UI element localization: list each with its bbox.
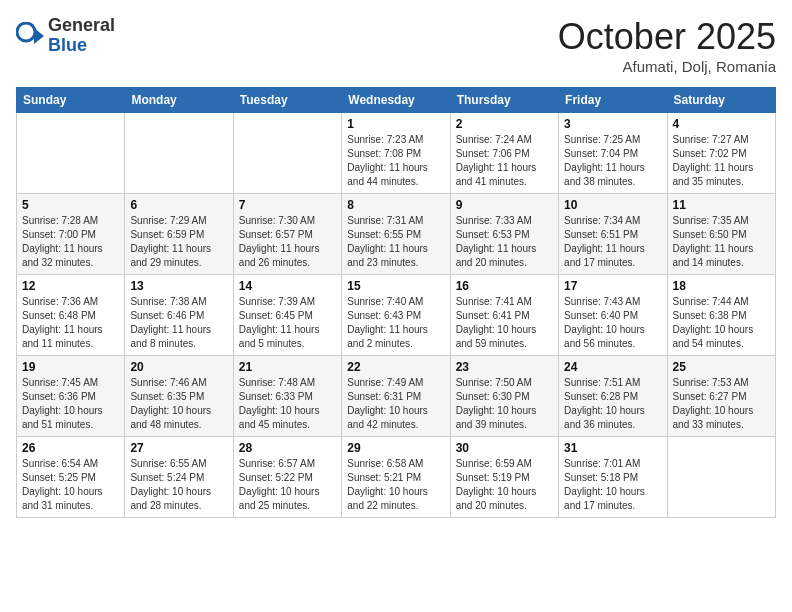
day-info: Sunrise: 7:34 AM Sunset: 6:51 PM Dayligh…: [564, 214, 661, 270]
day-number: 10: [564, 198, 661, 212]
logo-blue-text: Blue: [48, 36, 115, 56]
calendar-cell: 14Sunrise: 7:39 AM Sunset: 6:45 PM Dayli…: [233, 275, 341, 356]
day-info: Sunrise: 7:43 AM Sunset: 6:40 PM Dayligh…: [564, 295, 661, 351]
day-number: 3: [564, 117, 661, 131]
day-info: Sunrise: 6:55 AM Sunset: 5:24 PM Dayligh…: [130, 457, 227, 513]
calendar-cell: 29Sunrise: 6:58 AM Sunset: 5:21 PM Dayli…: [342, 437, 450, 518]
day-number: 19: [22, 360, 119, 374]
month-title: October 2025: [558, 16, 776, 58]
logo-general-text: General: [48, 16, 115, 36]
day-info: Sunrise: 7:53 AM Sunset: 6:27 PM Dayligh…: [673, 376, 770, 432]
day-info: Sunrise: 7:31 AM Sunset: 6:55 PM Dayligh…: [347, 214, 444, 270]
calendar-cell: 9Sunrise: 7:33 AM Sunset: 6:53 PM Daylig…: [450, 194, 558, 275]
day-number: 6: [130, 198, 227, 212]
calendar-header-row: SundayMondayTuesdayWednesdayThursdayFrid…: [17, 88, 776, 113]
calendar-cell: 1Sunrise: 7:23 AM Sunset: 7:08 PM Daylig…: [342, 113, 450, 194]
day-info: Sunrise: 6:54 AM Sunset: 5:25 PM Dayligh…: [22, 457, 119, 513]
calendar-cell: 10Sunrise: 7:34 AM Sunset: 6:51 PM Dayli…: [559, 194, 667, 275]
day-number: 29: [347, 441, 444, 455]
calendar-cell: [125, 113, 233, 194]
day-info: Sunrise: 6:59 AM Sunset: 5:19 PM Dayligh…: [456, 457, 553, 513]
calendar-cell: 15Sunrise: 7:40 AM Sunset: 6:43 PM Dayli…: [342, 275, 450, 356]
day-number: 21: [239, 360, 336, 374]
day-info: Sunrise: 7:29 AM Sunset: 6:59 PM Dayligh…: [130, 214, 227, 270]
day-number: 13: [130, 279, 227, 293]
calendar-cell: 19Sunrise: 7:45 AM Sunset: 6:36 PM Dayli…: [17, 356, 125, 437]
calendar-cell: 8Sunrise: 7:31 AM Sunset: 6:55 PM Daylig…: [342, 194, 450, 275]
day-number: 7: [239, 198, 336, 212]
day-info: Sunrise: 7:30 AM Sunset: 6:57 PM Dayligh…: [239, 214, 336, 270]
day-number: 17: [564, 279, 661, 293]
calendar-cell: [233, 113, 341, 194]
day-number: 24: [564, 360, 661, 374]
day-info: Sunrise: 7:48 AM Sunset: 6:33 PM Dayligh…: [239, 376, 336, 432]
calendar-cell: 30Sunrise: 6:59 AM Sunset: 5:19 PM Dayli…: [450, 437, 558, 518]
day-info: Sunrise: 7:46 AM Sunset: 6:35 PM Dayligh…: [130, 376, 227, 432]
calendar-week-row: 1Sunrise: 7:23 AM Sunset: 7:08 PM Daylig…: [17, 113, 776, 194]
day-of-week-header: Sunday: [17, 88, 125, 113]
day-info: Sunrise: 7:24 AM Sunset: 7:06 PM Dayligh…: [456, 133, 553, 189]
day-info: Sunrise: 7:01 AM Sunset: 5:18 PM Dayligh…: [564, 457, 661, 513]
day-number: 16: [456, 279, 553, 293]
day-info: Sunrise: 7:33 AM Sunset: 6:53 PM Dayligh…: [456, 214, 553, 270]
calendar-cell: 31Sunrise: 7:01 AM Sunset: 5:18 PM Dayli…: [559, 437, 667, 518]
day-number: 27: [130, 441, 227, 455]
calendar-cell: 27Sunrise: 6:55 AM Sunset: 5:24 PM Dayli…: [125, 437, 233, 518]
calendar-table: SundayMondayTuesdayWednesdayThursdayFrid…: [16, 87, 776, 518]
day-info: Sunrise: 7:23 AM Sunset: 7:08 PM Dayligh…: [347, 133, 444, 189]
day-info: Sunrise: 7:36 AM Sunset: 6:48 PM Dayligh…: [22, 295, 119, 351]
day-info: Sunrise: 7:45 AM Sunset: 6:36 PM Dayligh…: [22, 376, 119, 432]
day-info: Sunrise: 7:50 AM Sunset: 6:30 PM Dayligh…: [456, 376, 553, 432]
day-number: 25: [673, 360, 770, 374]
day-number: 18: [673, 279, 770, 293]
calendar-cell: [667, 437, 775, 518]
logo: General Blue: [16, 16, 115, 56]
calendar-cell: 13Sunrise: 7:38 AM Sunset: 6:46 PM Dayli…: [125, 275, 233, 356]
calendar-cell: [17, 113, 125, 194]
calendar-cell: 7Sunrise: 7:30 AM Sunset: 6:57 PM Daylig…: [233, 194, 341, 275]
calendar-cell: 26Sunrise: 6:54 AM Sunset: 5:25 PM Dayli…: [17, 437, 125, 518]
page-header: General Blue October 2025 Afumati, Dolj,…: [16, 16, 776, 75]
calendar-cell: 28Sunrise: 6:57 AM Sunset: 5:22 PM Dayli…: [233, 437, 341, 518]
day-of-week-header: Tuesday: [233, 88, 341, 113]
day-number: 22: [347, 360, 444, 374]
calendar-cell: 16Sunrise: 7:41 AM Sunset: 6:41 PM Dayli…: [450, 275, 558, 356]
calendar-cell: 24Sunrise: 7:51 AM Sunset: 6:28 PM Dayli…: [559, 356, 667, 437]
day-number: 28: [239, 441, 336, 455]
svg-point-0: [17, 23, 35, 41]
day-info: Sunrise: 7:39 AM Sunset: 6:45 PM Dayligh…: [239, 295, 336, 351]
calendar-cell: 23Sunrise: 7:50 AM Sunset: 6:30 PM Dayli…: [450, 356, 558, 437]
day-number: 15: [347, 279, 444, 293]
day-number: 31: [564, 441, 661, 455]
day-of-week-header: Friday: [559, 88, 667, 113]
calendar-cell: 21Sunrise: 7:48 AM Sunset: 6:33 PM Dayli…: [233, 356, 341, 437]
calendar-week-row: 5Sunrise: 7:28 AM Sunset: 7:00 PM Daylig…: [17, 194, 776, 275]
day-info: Sunrise: 6:58 AM Sunset: 5:21 PM Dayligh…: [347, 457, 444, 513]
day-number: 1: [347, 117, 444, 131]
day-info: Sunrise: 7:35 AM Sunset: 6:50 PM Dayligh…: [673, 214, 770, 270]
day-info: Sunrise: 7:41 AM Sunset: 6:41 PM Dayligh…: [456, 295, 553, 351]
day-info: Sunrise: 7:25 AM Sunset: 7:04 PM Dayligh…: [564, 133, 661, 189]
calendar-cell: 25Sunrise: 7:53 AM Sunset: 6:27 PM Dayli…: [667, 356, 775, 437]
svg-marker-1: [34, 28, 44, 44]
day-of-week-header: Thursday: [450, 88, 558, 113]
day-info: Sunrise: 7:49 AM Sunset: 6:31 PM Dayligh…: [347, 376, 444, 432]
day-info: Sunrise: 6:57 AM Sunset: 5:22 PM Dayligh…: [239, 457, 336, 513]
calendar-week-row: 26Sunrise: 6:54 AM Sunset: 5:25 PM Dayli…: [17, 437, 776, 518]
day-info: Sunrise: 7:44 AM Sunset: 6:38 PM Dayligh…: [673, 295, 770, 351]
day-number: 11: [673, 198, 770, 212]
day-number: 30: [456, 441, 553, 455]
calendar-cell: 5Sunrise: 7:28 AM Sunset: 7:00 PM Daylig…: [17, 194, 125, 275]
calendar-week-row: 19Sunrise: 7:45 AM Sunset: 6:36 PM Dayli…: [17, 356, 776, 437]
calendar-cell: 17Sunrise: 7:43 AM Sunset: 6:40 PM Dayli…: [559, 275, 667, 356]
calendar-cell: 12Sunrise: 7:36 AM Sunset: 6:48 PM Dayli…: [17, 275, 125, 356]
logo-icon: [16, 22, 44, 50]
day-number: 20: [130, 360, 227, 374]
day-number: 14: [239, 279, 336, 293]
calendar-cell: 6Sunrise: 7:29 AM Sunset: 6:59 PM Daylig…: [125, 194, 233, 275]
day-number: 9: [456, 198, 553, 212]
day-info: Sunrise: 7:27 AM Sunset: 7:02 PM Dayligh…: [673, 133, 770, 189]
calendar-cell: 18Sunrise: 7:44 AM Sunset: 6:38 PM Dayli…: [667, 275, 775, 356]
calendar-cell: 22Sunrise: 7:49 AM Sunset: 6:31 PM Dayli…: [342, 356, 450, 437]
day-number: 2: [456, 117, 553, 131]
